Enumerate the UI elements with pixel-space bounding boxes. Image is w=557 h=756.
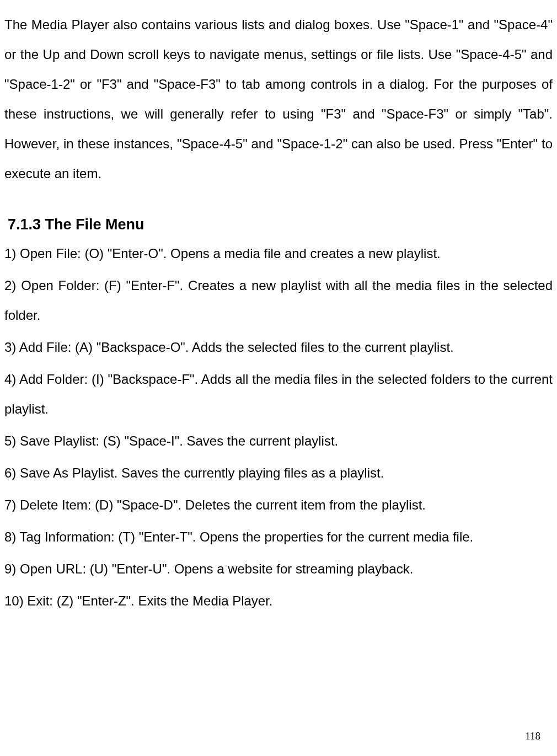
file-menu-item-4: 4) Add Folder: (I) "Backspace-F". Adds a…	[4, 364, 553, 424]
file-menu-item-7: 7) Delete Item: (D) "Space-D". Deletes t…	[4, 490, 553, 520]
page-number: 118	[525, 730, 540, 742]
file-menu-item-6: 6) Save As Playlist. Saves the currently…	[4, 458, 553, 488]
intro-paragraph: The Media Player also contains various l…	[4, 10, 553, 189]
file-menu-item-1: 1) Open File: (O) "Enter-O". Opens a med…	[4, 239, 553, 269]
file-menu-item-8: 8) Tag Information: (T) "Enter-T". Opens…	[4, 522, 553, 552]
section-heading: 7.1.3 The File Menu	[4, 216, 553, 233]
file-menu-item-3: 3) Add File: (A) "Backspace-O". Adds the…	[4, 333, 553, 362]
file-menu-item-9: 9) Open URL: (U) "Enter-U". Opens a webs…	[4, 554, 553, 584]
file-menu-item-5: 5) Save Playlist: (S) "Space-I". Saves t…	[4, 426, 553, 456]
file-menu-item-10: 10) Exit: (Z) "Enter-Z". Exits the Media…	[4, 586, 553, 616]
file-menu-item-2: 2) Open Folder: (F) "Enter-F". Creates a…	[4, 271, 553, 330]
